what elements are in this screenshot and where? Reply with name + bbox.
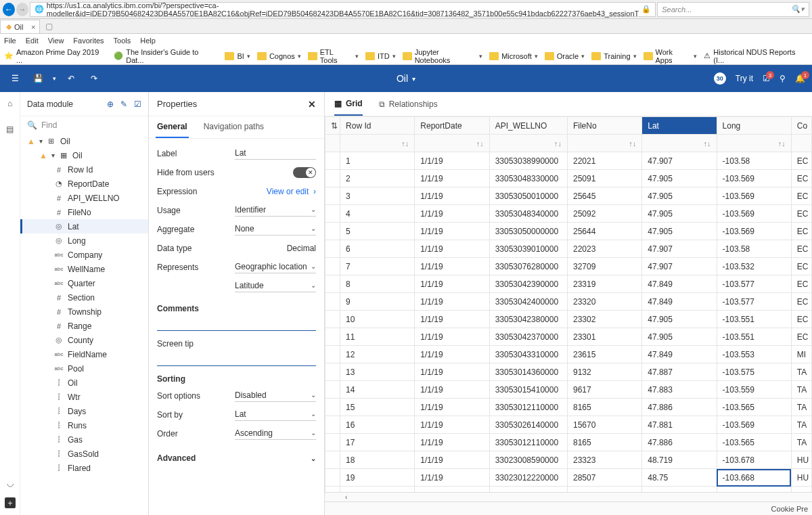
bookmark-item[interactable]: ITD▾	[365, 52, 396, 60]
bookmark-item[interactable]: 🟢The Insider's Guide to Dat...	[114, 48, 218, 64]
tree-item[interactable]: ⸾Gas	[20, 432, 148, 447]
table-cell[interactable]: TA	[791, 399, 811, 416]
table-cell[interactable]: -103.575	[717, 363, 791, 381]
undo-icon[interactable]: ↶	[63, 70, 79, 87]
cookie-pref-link[interactable]: Cookie Pre	[771, 505, 808, 513]
table-cell[interactable]: 15670	[567, 416, 641, 434]
table-cell[interactable]: 1/1/19	[415, 363, 489, 381]
table-cell[interactable]: 1/1/19	[415, 399, 489, 416]
comments-input[interactable]	[157, 316, 316, 331]
table-cell[interactable]: 22021	[567, 152, 641, 170]
bookmark-item[interactable]: Training▾	[591, 52, 636, 60]
table-cell[interactable]: EC	[791, 152, 811, 170]
tree-item[interactable]: ⸾Days	[20, 404, 148, 418]
table-cell[interactable]: 47.883	[642, 381, 717, 399]
table-cell[interactable]: 23319	[567, 275, 641, 293]
menu-file[interactable]: File	[4, 37, 16, 45]
table-cell[interactable]: 1/1/19	[415, 328, 489, 346]
share-icon[interactable]: ⚲	[780, 74, 786, 83]
table-cell[interactable]: EC	[791, 223, 811, 240]
table-cell[interactable]: 11	[340, 328, 415, 346]
table-cell[interactable]: 1/1/19	[415, 223, 489, 240]
table-cell[interactable]: 1/1/19	[415, 416, 489, 434]
table-cell[interactable]: 47.905	[642, 187, 717, 205]
hide-toggle[interactable]	[293, 167, 316, 178]
table-cell[interactable]: 47.905	[642, 223, 717, 240]
table-cell[interactable]: EC	[791, 293, 811, 311]
table-cell[interactable]: 1/1/19	[415, 170, 489, 187]
table-cell[interactable]: 33053042400000	[489, 293, 567, 311]
table-cell[interactable]: 9132	[567, 363, 641, 381]
column-header[interactable]: Row Id	[340, 117, 415, 135]
column-sort-icon[interactable]: ↑↓	[717, 135, 791, 152]
table-cell[interactable]: 47.905	[642, 328, 717, 346]
tree-item[interactable]: #API_WELLNO	[20, 191, 148, 205]
bookmark-item[interactable]: ⭐Amazon Prime Day 2019 ...	[4, 48, 107, 64]
table-cell[interactable]: 47.849	[642, 275, 717, 293]
save-icon[interactable]: 💾	[30, 70, 46, 87]
table-cell[interactable]: -103.559	[717, 381, 791, 399]
tree-item[interactable]: #Row Id	[20, 162, 148, 177]
tree-item[interactable]: ⸾GasSold	[20, 447, 148, 461]
new-tab-button[interactable]: ▢	[40, 20, 58, 33]
table-cell[interactable]: 1/1/19	[415, 487, 489, 493]
menu-edit[interactable]: Edit	[26, 37, 39, 45]
tab-general[interactable]: General	[156, 116, 189, 138]
bookmark-item[interactable]: ETL Tools▾	[308, 48, 359, 64]
table-cell[interactable]: 7	[340, 258, 415, 275]
checklist-icon[interactable]: ☑3	[763, 74, 770, 83]
table-cell[interactable]: -103.551	[717, 328, 791, 346]
table-cell[interactable]: 9617	[567, 381, 641, 399]
tree-item[interactable]: #FileNo	[20, 205, 148, 219]
table-cell[interactable]: -103.569	[717, 416, 791, 434]
column-header[interactable]: FileNo	[567, 117, 641, 135]
table-cell[interactable]: 33023008590000	[489, 451, 567, 469]
table-cell[interactable]: 1/1/19	[415, 469, 489, 487]
table-cell[interactable]: -103.569	[717, 205, 791, 223]
menu-view[interactable]: View	[48, 37, 64, 45]
table-cell[interactable]: 1/1/19	[415, 275, 489, 293]
table-cell[interactable]: 25091	[567, 170, 641, 187]
table-cell[interactable]: 8	[340, 275, 415, 293]
table-cell[interactable]: 33023012200000	[489, 487, 567, 493]
column-sort-icon[interactable]: ↑↓	[489, 135, 567, 152]
expression-link[interactable]: View or edit ›	[267, 187, 316, 196]
tab-relationships[interactable]: ⧉Relationships	[379, 93, 438, 115]
table-cell[interactable]: 47.907	[642, 258, 717, 275]
table-cell[interactable]: 1/1/19	[415, 346, 489, 363]
table-cell[interactable]: 33053076280000	[489, 258, 567, 275]
table-cell[interactable]: 1/1/19	[415, 258, 489, 275]
table-cell[interactable]: HU	[791, 451, 811, 469]
table-cell[interactable]: -103.654	[717, 487, 791, 493]
table-cell[interactable]: -103.569	[717, 170, 791, 187]
table-cell[interactable]: 16	[340, 416, 415, 434]
close-icon[interactable]: ✕	[308, 99, 316, 110]
bell-icon[interactable]: 🔔1	[795, 74, 805, 83]
bookmark-item[interactable]: BI▾	[225, 52, 250, 60]
table-cell[interactable]: -103.565	[717, 399, 791, 416]
table-cell[interactable]: EC	[791, 311, 811, 328]
add-source-icon[interactable]: ⊕	[107, 99, 114, 109]
column-sort-icon[interactable]: ↑↓	[415, 135, 489, 152]
latitude-select[interactable]: Latitude⌄	[235, 281, 316, 292]
table-cell[interactable]: -103.678	[717, 451, 791, 469]
table-cell[interactable]: 10	[340, 311, 415, 328]
menu-tools[interactable]: Tools	[114, 37, 131, 45]
menu-help[interactable]: Help	[140, 37, 156, 45]
bookmark-item[interactable]: Cognos▾	[257, 52, 301, 60]
save-caret-icon[interactable]: ▾	[53, 75, 56, 82]
table-cell[interactable]: 3	[340, 187, 415, 205]
column-sort-icon[interactable]	[791, 135, 811, 152]
table-cell[interactable]: -103.577	[717, 275, 791, 293]
tree-item[interactable]: ▲▾▦Oil	[20, 148, 148, 162]
table-cell[interactable]: EC	[791, 275, 811, 293]
table-cell[interactable]: 1/1/19	[415, 434, 489, 451]
browser-search[interactable]: Search... 🔍▾	[657, 2, 809, 17]
usage-select[interactable]: Identifier⌄	[235, 205, 316, 217]
table-cell[interactable]: 48.75	[642, 469, 717, 487]
table-cell[interactable]: 33053039010000	[489, 240, 567, 258]
table-cell[interactable]: 33053014360000	[489, 363, 567, 381]
table-cell[interactable]: 33053042390000	[489, 275, 567, 293]
table-cell[interactable]: 33053012110000	[489, 434, 567, 451]
table-cell[interactable]: 32709	[567, 258, 641, 275]
